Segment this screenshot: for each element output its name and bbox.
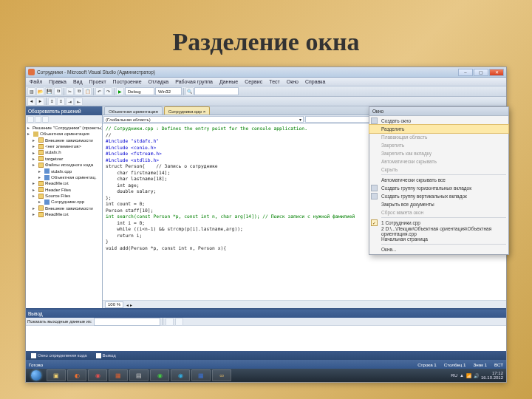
window-menu-item: Скрыть [369, 166, 508, 174]
window-menu-item: Сброс макета окон [369, 208, 508, 216]
cut-icon[interactable]: ✂ [66, 87, 74, 95]
save-icon[interactable]: 💾 [45, 87, 53, 95]
find-combo[interactable] [194, 87, 239, 95]
tray-network-icon[interactable]: 📶 [466, 373, 471, 378]
bottom-tab[interactable]: Вывод [93, 352, 119, 359]
menu-проект[interactable]: Проект [87, 79, 109, 84]
window-menu-item[interactable]: 2 D:\...\Лекции\Объектная ориентация\Объ… [369, 227, 508, 235]
tree-item[interactable]: ▸ReadMe.txt [27, 211, 101, 217]
solution-explorer: Обозреватель решений ▸Решение "Сотрудник… [26, 106, 103, 308]
task-notepad[interactable]: ▤ [129, 369, 149, 381]
nav-back-icon[interactable]: ◄ [27, 98, 35, 106]
redo-icon[interactable]: ↷ [104, 87, 112, 95]
window-menu-item: Плавающая область [369, 133, 508, 141]
minimize-button[interactable]: – [458, 69, 473, 76]
task-utorrent[interactable]: ◉ [150, 369, 169, 381]
task-visualstudio[interactable]: ∞ [212, 369, 231, 381]
menu-рабочая группа[interactable]: Рабочая группа [173, 79, 215, 84]
start-button[interactable] [27, 369, 45, 381]
tree-item[interactable]: ▸stdafx.h [27, 149, 101, 155]
menu-данные[interactable]: Данные [217, 79, 240, 84]
comment-icon[interactable]: ≡ [48, 98, 56, 106]
output-source-combo[interactable] [94, 318, 160, 326]
window-menu-item[interactable]: Разделить [369, 125, 508, 133]
tray-flag-icon[interactable]: ▲ [460, 373, 464, 378]
solution-explorer-title: Обозреватель решений [26, 106, 102, 115]
menu-правка[interactable]: Правка [47, 79, 69, 84]
tree-item[interactable]: ▸targetver [27, 156, 101, 162]
window-menu-item[interactable]: Окна... [369, 245, 508, 253]
indent-icon[interactable]: ⇥ [66, 98, 74, 106]
open-icon[interactable]: 📂 [36, 87, 44, 95]
tree-item[interactable]: ▸ReadMe.txt [27, 180, 101, 186]
task-explorer[interactable]: ▣ [47, 369, 66, 381]
vs-titlebar: Сотрудники - Microsoft Visual Studio (Ад… [26, 67, 506, 78]
task-firefox[interactable]: ◐ [67, 369, 86, 381]
menu-отладка[interactable]: Отладка [146, 79, 171, 84]
tree-item[interactable]: ▸<нет элементов> [27, 143, 101, 149]
window-menu-item[interactable]: Создать группу вертикальных вкладок [369, 192, 508, 200]
window-menu-item[interactable]: Закрыть все документы [369, 200, 508, 208]
tray-clock[interactable]: 17:12 16.10.2012 [481, 371, 503, 380]
menu-сервис[interactable]: Сервис [242, 79, 265, 84]
tree-item[interactable]: ▸stdafx.cpp [27, 168, 101, 174]
statusbar: Готово Строка 1 Столбец 1 Знак 1 ВСТ [26, 360, 506, 369]
tree-item[interactable]: ▸Файлы исходного кода [27, 162, 101, 168]
close-button[interactable]: ✕ [489, 69, 504, 76]
refresh-icon[interactable] [42, 116, 49, 123]
tree-item[interactable]: ▸Source Files [27, 193, 101, 199]
window-menu-item[interactable]: Начальная страница [369, 235, 508, 243]
window-menu-item[interactable]: Автоматически скрывать все [369, 176, 508, 184]
tree-item[interactable]: ▸Header Files [27, 187, 101, 193]
editor-tab[interactable]: Объектная ориентация [104, 106, 163, 115]
save-all-icon[interactable]: ⧉ [54, 87, 62, 95]
task-powerpoint[interactable]: ▦ [109, 369, 128, 381]
outdent-icon[interactable]: ⇤ [75, 98, 83, 106]
find-icon[interactable]: 🔍 [185, 87, 194, 95]
maximize-button[interactable]: ▢ [474, 69, 488, 76]
tree-item[interactable]: ▸Сотрудники.cpp [27, 199, 101, 205]
copy-icon[interactable]: ⧉ [75, 87, 83, 95]
menu-окно[interactable]: Окно [284, 79, 301, 84]
window-menu-item: Закрепить как вкладку [369, 149, 508, 157]
menu-файл[interactable]: Файл [27, 79, 44, 84]
task-word[interactable]: ▦ [191, 369, 211, 381]
menu-построение[interactable]: Построение [111, 79, 144, 84]
properties-icon[interactable] [27, 116, 34, 123]
config-combo[interactable]: Debug [125, 87, 154, 95]
bottom-tab[interactable]: Окно определения кода [28, 352, 90, 359]
output-body[interactable] [26, 326, 506, 351]
editor-tab[interactable]: Сотрудники.cpp × [164, 106, 211, 115]
tree-item[interactable]: ▸Объектная ориентац. [27, 174, 101, 180]
window-menu-item[interactable]: Создать группу горизонтальных вкладок [369, 184, 508, 192]
tree-item[interactable]: ▸Внешние зависимости [27, 137, 101, 143]
window-menu-item[interactable]: Создать окно [369, 117, 508, 125]
menubar: ФайлПравкаВидПроектПостроениеОтладкаРабо… [26, 78, 506, 86]
menu-вид[interactable]: Вид [71, 79, 85, 84]
output-wrap-icon[interactable] [175, 318, 183, 326]
scope-combo[interactable]: (Глобальная область)▾ [103, 116, 304, 123]
show-all-icon[interactable] [35, 116, 41, 123]
nav-forward-icon[interactable]: ► [36, 98, 44, 106]
tray-lang[interactable]: RU [451, 373, 457, 378]
zoom-combo[interactable]: 100 % [105, 301, 123, 308]
menu-тест[interactable]: Тест [267, 79, 282, 84]
output-clear-icon[interactable] [166, 318, 174, 326]
tree-item[interactable]: ▸Внешние зависимости [27, 205, 101, 211]
tree-item[interactable]: ▸Решение "Сотрудники" (проекты) [27, 125, 101, 131]
platform-combo[interactable]: Win32 [155, 87, 182, 95]
paste-icon[interactable]: 📋 [83, 87, 92, 95]
solution-tree[interactable]: ▸Решение "Сотрудники" (проекты)▸Объектна… [26, 123, 102, 308]
undo-icon[interactable]: ↶ [95, 87, 103, 95]
start-debug-icon[interactable]: ▶ [116, 87, 124, 95]
menu-item-icon [371, 193, 378, 200]
tray-volume-icon[interactable]: 🔊 [474, 373, 479, 378]
new-project-icon[interactable]: ▥ [27, 87, 35, 95]
tree-item[interactable]: ▸Объектная ориентация [27, 131, 101, 137]
uncomment-icon[interactable]: ≡ [57, 98, 65, 106]
task-chrome[interactable]: ◉ [88, 369, 107, 381]
editor-area: Объектная ориентацияСотрудники.cpp × (Гл… [103, 106, 506, 308]
task-skype[interactable]: ◉ [171, 369, 190, 381]
menu-справка[interactable]: Справка [303, 79, 327, 84]
menu-item-icon [371, 117, 378, 124]
